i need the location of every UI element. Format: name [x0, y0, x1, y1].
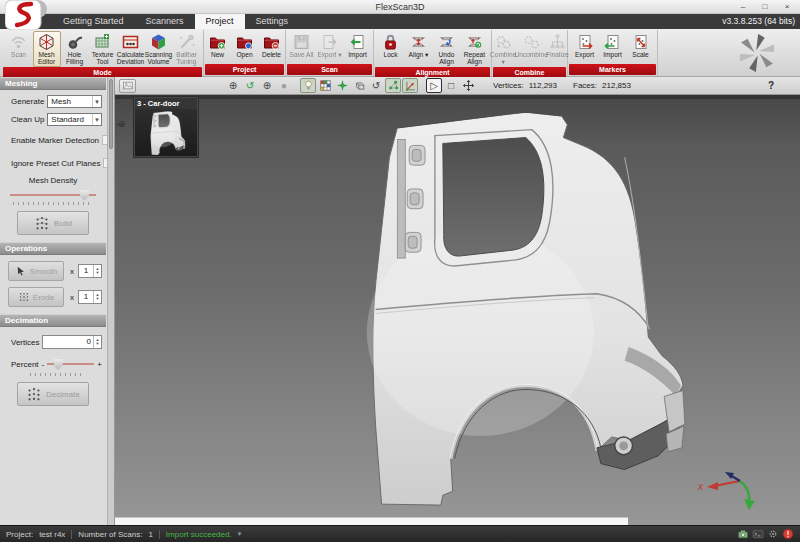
tab-scanners[interactable]: Scanners	[135, 14, 195, 29]
tab-settings[interactable]: Settings	[245, 14, 300, 29]
delete-button[interactable]: Delete	[258, 31, 285, 64]
new-button[interactable]: New	[204, 31, 231, 64]
center-view-button[interactable]: ⊕	[225, 78, 241, 93]
chevron-down-icon: ▼	[92, 96, 101, 107]
spinner-arrows-icon[interactable]: ▲▼	[93, 291, 101, 303]
import-button[interactable]: Import	[599, 31, 627, 64]
grid-toggle-button[interactable]	[317, 78, 333, 93]
texture-tool-icon	[93, 33, 112, 51]
vertices-label: Vertices	[11, 338, 39, 347]
align-icon	[409, 33, 428, 51]
build-mesh-icon	[34, 215, 50, 231]
repeat-align-button[interactable]: Repeat Align	[461, 31, 489, 67]
erode-icon	[18, 291, 30, 303]
open-project-icon	[235, 33, 254, 51]
erode-count-spinner[interactable]: 1▲▼	[78, 290, 102, 304]
export-button[interactable]: Export ▾	[316, 31, 344, 64]
generate-label: Generate	[11, 97, 44, 106]
bounding-box-button[interactable]	[351, 78, 367, 93]
texture-tool-button[interactable]: Texture Tool	[89, 31, 117, 67]
ribbon-button-label: Scale	[632, 51, 649, 58]
undo-align-button[interactable]: Undo Align	[433, 31, 461, 67]
slider-ticks	[13, 202, 93, 205]
decimate-button[interactable]: Decimate	[17, 382, 89, 406]
rotate-view-button[interactable]: ↺	[368, 78, 384, 93]
spinner-arrows-icon[interactable]: ▲▼	[93, 336, 101, 348]
toggle-thumbnails-button[interactable]	[119, 79, 136, 93]
build-button[interactable]: Build	[17, 211, 89, 235]
settings-gear-icon[interactable]	[767, 528, 779, 540]
error-icon[interactable]	[782, 528, 794, 540]
open-button[interactable]: Open	[231, 31, 258, 64]
align-button[interactable]: Align ▾	[405, 31, 433, 67]
scan-button[interactable]: Scan	[5, 31, 33, 67]
help-button[interactable]: ?	[768, 80, 774, 91]
tab-getting-started[interactable]: Getting Started	[52, 14, 135, 29]
ribbon-button-label: Align ▾	[409, 51, 429, 58]
play-button[interactable]: ▷	[426, 78, 442, 93]
percent-handle[interactable]	[54, 359, 63, 370]
panel-scrollbar[interactable]	[107, 77, 114, 525]
uncombine-button[interactable]: Uncombine	[517, 31, 545, 67]
ballbar-tuning-button[interactable]: Ballbar Tuning	[173, 31, 201, 67]
faces-stat-label: Faces:	[573, 81, 597, 90]
show-vertices-button[interactable]	[385, 78, 401, 93]
refresh-view-button[interactable]: ↺	[242, 78, 258, 93]
maximize-button[interactable]: □	[754, 0, 776, 13]
cleanup-select[interactable]: Standard ▼	[47, 113, 102, 126]
vertices-spinner[interactable]: 0 ▲▼	[42, 335, 102, 349]
scanning-volume-button[interactable]: Scanning Volume	[145, 31, 173, 67]
locked-view-button[interactable]: ●	[276, 78, 292, 93]
chevron-down-icon: ▼	[92, 114, 101, 125]
scale-button[interactable]: Scale	[627, 31, 655, 64]
hole-filling-button[interactable]: Hole Filling	[61, 31, 89, 67]
scanner-status-icon[interactable]	[737, 528, 749, 540]
mesh-quality-button[interactable]	[334, 78, 350, 93]
pan-icon	[462, 79, 475, 92]
mesh-editor-button[interactable]: Mesh Editor	[33, 31, 61, 67]
generate-select[interactable]: Mesh ▼	[47, 95, 102, 108]
console-icon[interactable]	[752, 528, 764, 540]
combine-button[interactable]: Combine ▾	[489, 31, 517, 67]
show-axes-button[interactable]	[402, 78, 418, 93]
mesh-density-handle[interactable]	[80, 190, 89, 201]
smooth-button[interactable]: Smooth	[8, 261, 64, 281]
spinner-arrows-icon[interactable]: ▲▼	[93, 265, 101, 277]
import-button[interactable]: Import	[344, 31, 372, 64]
axes-icon	[404, 79, 417, 92]
ribbon-group-project: NewOpenDeleteProject	[204, 30, 286, 76]
lock-button[interactable]: Lock	[377, 31, 405, 67]
fit-view-button[interactable]: ⊕	[259, 78, 275, 93]
tab-project[interactable]: Project	[195, 14, 245, 29]
close-button[interactable]: ×	[776, 0, 798, 13]
minimize-button[interactable]: –	[732, 0, 754, 13]
save-all-button[interactable]: Save All	[288, 31, 316, 64]
stop-button[interactable]: □	[443, 78, 459, 93]
finalize-button[interactable]: Finalize	[545, 31, 570, 67]
export-button[interactable]: Export	[571, 31, 599, 64]
delete-project-icon	[262, 33, 281, 51]
pan-button[interactable]	[460, 78, 476, 93]
scrollbar-thumb[interactable]	[109, 79, 113, 149]
mesh-editor-panel: Meshing Generate Mesh ▼ Clean Up Standar…	[0, 77, 115, 525]
ribbon-button-label: Lock	[384, 51, 398, 58]
percent-slider[interactable]	[47, 363, 94, 365]
ribbon-button-label: Scan	[11, 51, 26, 58]
ribbon-button-label: Import	[348, 51, 367, 58]
vertices-icon	[387, 79, 400, 92]
calculate-deviation-button[interactable]: Calculate Deviation	[117, 31, 145, 67]
brand-pinwheel-icon	[738, 34, 776, 72]
light-toggle-button[interactable]	[300, 78, 316, 93]
marker-export-icon	[575, 33, 594, 51]
scan-thumbnail[interactable]: 3 - Car-door	[133, 96, 199, 158]
car-door-model-3d[interactable]	[330, 100, 690, 515]
erode-button[interactable]: Erode	[8, 287, 64, 307]
message-dropdown-icon[interactable]: ▾	[238, 530, 242, 538]
viewport-3d[interactable]: -⊕ 3 - Car-door x	[115, 95, 800, 525]
percent-plus-label: +	[97, 360, 102, 369]
save-all-icon	[292, 33, 311, 51]
mesh-density-slider[interactable]	[10, 194, 96, 196]
scan-visibility-icon[interactable]: -⊕	[116, 119, 125, 129]
smooth-count-spinner[interactable]: 1▲▼	[78, 264, 102, 278]
ribbon-button-label: Repeat Align	[462, 51, 488, 66]
